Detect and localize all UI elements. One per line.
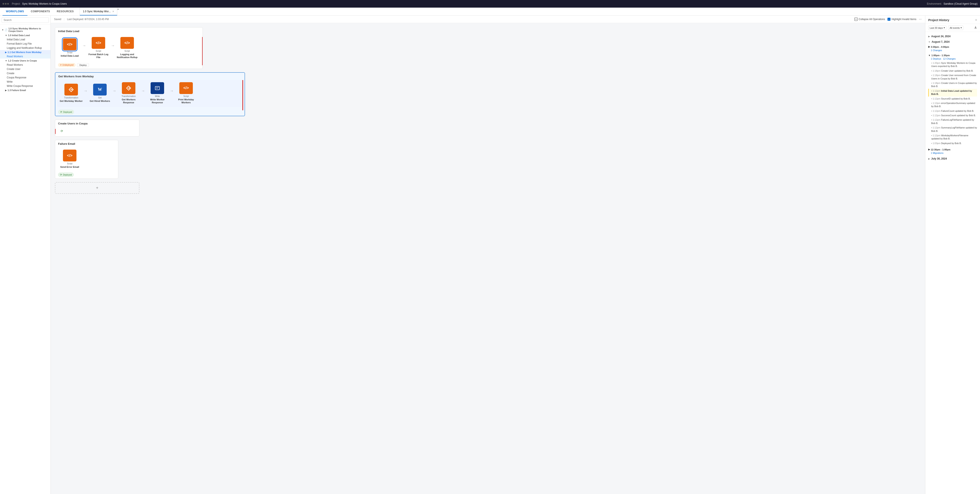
sidebar-item-create-user[interactable]: Create User (0, 67, 51, 71)
migrations-1230[interactable]: 1 Migrations (931, 152, 943, 154)
history-title: Project History (928, 18, 975, 22)
entry-time-10: • 1:12pm (931, 118, 941, 121)
deployed-label: Last Deployed: 8/7/2024, 1:03:45 PM (67, 18, 109, 21)
add-operation-button[interactable]: + (55, 182, 139, 194)
op-footer-initial: ⟳ Undeployed Deploy (55, 62, 202, 69)
transform-icon1 (68, 87, 74, 92)
step-get-workday-worker[interactable]: Transformation Get Workday Worker (60, 84, 83, 102)
sidebar-item-format-batch[interactable]: Format Batch Log File (0, 41, 51, 46)
sidebar-tree: ▼ 📄 1.0 Sync Workday Workers to Coupa Us… (0, 25, 51, 94)
sidebar-item-write[interactable]: Write (0, 80, 51, 84)
sidebar-item-create[interactable]: Create (0, 71, 51, 75)
history-date-aug24[interactable]: ▶ August 24, 2024 (925, 33, 980, 39)
sidebar-initial-label: 1.0 Initial Data Load (8, 34, 30, 37)
step-get-hired[interactable]: W Get Get Hired Workers (88, 84, 111, 102)
arrow-gw2: → (111, 89, 117, 93)
history-sub-1230: 1 Migrations (931, 152, 977, 154)
history-header: Project History × (925, 16, 980, 24)
download-icon (974, 26, 977, 29)
sidebar-section-initial[interactable]: ▼ 1.0 Initial Data Load (0, 33, 51, 37)
history-time-100-header[interactable]: ▼ 1:00pm - 1:30pm (928, 53, 977, 57)
step-format-batch[interactable]: </> Script Format Batch Log File (87, 37, 110, 59)
file-tabs: 1.0 Sync Workday Wor... × + (80, 8, 980, 16)
sidebar-section-get-workers[interactable]: ▶ 1.1 Get Workers from Workday (0, 50, 51, 54)
file-tab-main[interactable]: 1.0 Sync Workday Wor... × (80, 8, 117, 16)
changes-100[interactable]: 12 Changes (943, 57, 956, 60)
sidebar-item-write-coupa[interactable]: Write Coupa Response (0, 84, 51, 88)
history-date-jul30[interactable]: ▶ July 30, 2024 (925, 156, 980, 161)
history-entry-118pm-3: • 1:18pm Create Users in Coupa updated b… (928, 81, 977, 89)
step-get-workers-response[interactable]: Transformation Get Workers Response (117, 82, 140, 104)
history-time-1230-header[interactable]: ▶ 12:30pm - 1:00pm (928, 147, 977, 152)
project-label: Project: (12, 2, 21, 5)
collapse-all-btn[interactable]: Collapse All Operations (854, 18, 885, 21)
tab-resources[interactable]: RESOURCES (53, 8, 77, 16)
step-initial-data-load[interactable]: </> Script Initial Data Load (58, 38, 81, 57)
sidebar-item-logging[interactable]: Logging and Notification Rollup (0, 46, 51, 50)
deploys-100[interactable]: 1 Deploys (931, 57, 941, 60)
history-entry-112pm-7: • 1:12pm SummaryLogFileName updated by B… (928, 126, 977, 133)
create-users-loading: ⟳ (60, 129, 63, 133)
canvas: Initial Data Load </> Script Initial Dat… (51, 23, 925, 494)
download-button[interactable] (974, 26, 977, 30)
tab-workflows[interactable]: WORKFLOWS (3, 8, 27, 16)
history-time-330-header[interactable]: ▶ 3:30pm - 4:00pm (928, 45, 977, 49)
entry-text-13: Deployed by Bob B. (941, 142, 962, 145)
op-body-create-users: ⟳ (55, 127, 139, 135)
more-options-btn[interactable]: ··· (919, 18, 922, 21)
step-send-error[interactable]: </> Script Send Error Email (58, 150, 81, 168)
entry-time-9: • 1:12pm (931, 114, 941, 116)
filter-days-label: Last 30 days (930, 27, 943, 29)
svg-rect-10 (155, 86, 159, 90)
history-group-jul30: ▶ July 30, 2024 (925, 156, 980, 161)
failure-caret: ▶ (5, 89, 7, 91)
deploy-button[interactable]: Deploy (77, 63, 89, 67)
sidebar-item-read-workers[interactable]: Read Workers (0, 54, 51, 59)
step-print-workers[interactable]: </> Script Print Workday Workers (175, 82, 198, 104)
step-label-logging: Script (124, 49, 130, 53)
new-tab-button[interactable]: + (117, 8, 119, 16)
sidebar-section-failure[interactable]: ▶ 1.3 Failure Email (0, 88, 51, 92)
step-label-initial: Script (67, 51, 72, 54)
entry-time-11: • 1:12pm (931, 126, 941, 129)
op-title-initial: Initial Data Load (58, 30, 79, 33)
time-330-label: 3:30pm - 4:00pm (931, 46, 949, 48)
arrow-gw3: → (140, 89, 146, 93)
step-write-worker[interactable]: Write Write Worker Response (146, 82, 169, 104)
filter-events-select[interactable]: All events ▾ (948, 25, 963, 30)
file-tab-close[interactable]: × (112, 10, 114, 13)
aug7-caret: ▼ (928, 41, 931, 43)
tab-components[interactable]: COMPONENTS (27, 8, 53, 16)
code-icon: </> (67, 42, 72, 47)
changes-330[interactable]: 1 Changes (931, 49, 942, 51)
entry-time-1: • 1:20pm (931, 62, 941, 64)
history-date-aug7[interactable]: ▼ August 7, 2024 (925, 39, 980, 45)
op-body-failure: </> Script Send Error Email (55, 148, 118, 171)
step-logging[interactable]: </> Script Logging and Notification Roll… (116, 37, 139, 59)
red-line-get-workers (242, 80, 243, 110)
step-icon-error: </> (63, 150, 76, 161)
search-input[interactable] (2, 18, 49, 23)
history-entry-103pm: • 1:03pm Deployed by Bob B. (928, 141, 977, 146)
entry-time-13: • 1:03pm (931, 142, 941, 145)
highlight-btn[interactable]: ✓ Highlight Invalid Items (888, 18, 916, 21)
filter-days-select[interactable]: Last 30 days ▾ (928, 25, 947, 30)
code-icon3: </> (124, 41, 130, 45)
history-entry-118pm-2: • 1:18pm Create User removed from Create… (928, 73, 977, 81)
sidebar-item-read-workers2[interactable]: Read Workers (0, 63, 51, 67)
history-entry-120pm: • 1:20pm Sync Workday Workers to Coupa U… (928, 61, 977, 69)
step-label-format: Script (95, 49, 101, 53)
sidebar-root[interactable]: ▼ 📄 1.0 Sync Workday Workers to Coupa Us… (0, 26, 51, 33)
history-time-1230: ▶ 12:30pm - 1:00pm 1 Migrations (925, 147, 980, 154)
history-close-button[interactable]: × (975, 18, 977, 22)
sidebar-item-coupa-response[interactable]: Coupa Response (0, 75, 51, 80)
step-title-transform2: Get Workers Response (117, 98, 140, 104)
sidebar-item-initial-data-load[interactable]: Initial Data Load (0, 37, 51, 41)
sidebar-section-create-users[interactable]: ▼ 1.2 Create Users in Coupa (0, 59, 51, 63)
red-line-initial-right (202, 37, 203, 65)
sidebar-get-workers-label: 1.1 Get Workers from Workday (8, 51, 41, 53)
content-area: Saved | Last Deployed: 8/7/2024, 1:03:45… (51, 16, 925, 494)
get-workers-caret: ▶ (5, 51, 7, 53)
step-icon-write (151, 82, 164, 94)
operation-initial-data-load: Initial Data Load </> Script Initial Dat… (55, 27, 203, 69)
